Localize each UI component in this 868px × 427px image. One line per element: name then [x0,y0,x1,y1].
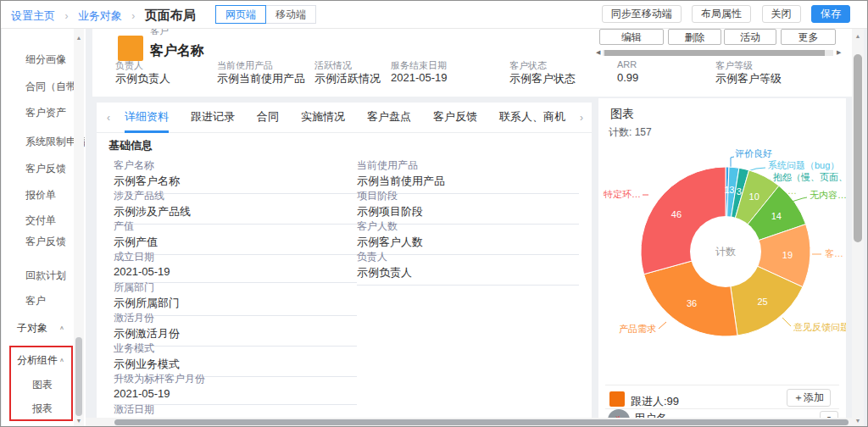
top-bar: 设置主页 › 业务对象 › 页面布局 网页端移动端 同步至移动端 布局属性 关闭… [1,1,867,29]
collapse-icon[interactable]: ∧ [59,325,64,331]
field-value: 示例活跃情况 [314,71,381,86]
red-highlight-box [9,346,73,421]
svg-text:系统问题（bug）: 系统问题（bug） [768,160,839,170]
sidebar-item-customer[interactable]: 客户 [25,294,46,308]
topbar-actions: 同步至移动端 布局属性 关闭 保存 [595,5,850,23]
tab-web[interactable]: 网页端 [215,5,266,24]
record-hscrollbar[interactable] [603,50,833,56]
breadcrumb-objects[interactable]: 业务对象 [78,9,122,22]
page-vscrollbar[interactable]: ▲ ▼ [852,29,864,427]
follower-label: 跟进人:99 [631,394,679,409]
field-label: 客户状态 [509,59,547,72]
record-hscrollbar-thumb[interactable] [604,50,825,56]
tab-contract[interactable]: 合同 [257,103,279,133]
svg-text:3: 3 [729,185,734,195]
scroll-down-icon[interactable]: ▼ [852,417,864,425]
chevron-right-icon: › [64,10,68,22]
sidebar-item-segment-profile[interactable]: 细分画像 [25,53,66,67]
donut-chart[interactable]: 评价良好系统问题（bug）抱怨（慢、页面、……无内容…客…意见反馈问题产品需求特… [598,142,846,386]
chevron-right-icon: › [131,10,135,22]
sidebar-item-delivery[interactable]: 交付单 [25,214,56,228]
sidebar-item-customer-feedback-2[interactable]: 客户反馈 [25,235,66,249]
tabs-scroll-left-icon[interactable]: ‹ [107,112,110,124]
component-sidebar: 细分画像 合同（自带） 客户资产 系统限制申请明细 客户反馈 报价单 交付单 客… [2,29,86,427]
add-follower-button[interactable]: ＋添加 [787,389,831,407]
sidebar-section-subobjects[interactable]: 子对象 [17,321,47,336]
field-value: 示例客户等级 [715,71,782,86]
activity-button[interactable]: 活动 [724,29,776,45]
page-hscrollbar[interactable] [86,418,852,427]
tab-contacts-opportunities[interactable]: 联系人、商机 [499,103,565,133]
svg-text:3: 3 [737,186,742,197]
tab-customer-review[interactable]: 客户盘点 [367,103,411,133]
tab-detail-info[interactable]: 详细资料 [125,103,169,133]
record-title: 客户名称 [150,42,204,60]
field-label: 当前使用产品 [217,59,273,72]
form-field: 升级为标杆客户月份 2021-05-19 [114,372,357,405]
sync-to-mobile-button[interactable]: 同步至移动端 [602,5,682,23]
sidebar-item-customer-assets[interactable]: 客户资产 [25,106,66,120]
svg-text:意见反馈问题: 意见反馈问题 [793,322,846,332]
chart-title: 图表 [610,107,634,122]
sidebar-scrollbar[interactable]: ▲ ▼ [74,29,84,427]
tab-customer-feedback[interactable]: 客户反馈 [433,103,477,133]
page-layout-editor: 设置主页 › 业务对象 › 页面布局 网页端移动端 同步至移动端 布局属性 关闭… [0,0,868,427]
sidebar-scrollbar-thumb[interactable] [75,337,82,416]
field-label: ARR [617,59,637,69]
chart-panel: 图表 计数: 157 评价良好系统问题（bug）抱怨（慢、页面、……无内容…客…… [598,98,846,427]
layout-properties-button[interactable]: 布局属性 [692,5,751,23]
svg-text:19: 19 [782,250,793,260]
more-button[interactable]: 更多 [781,29,836,45]
svg-text:25: 25 [757,297,767,307]
svg-text:评价良好: 评价良好 [735,148,772,158]
tabs-scroll-right-icon[interactable]: › [580,112,583,124]
detail-tabs: ‹ 详细资料 跟进记录 合同 实施情况 客户盘点 客户反馈 联系人、商机 › [97,103,592,133]
sidebar-item-quotation[interactable]: 报价单 [25,188,56,202]
breadcrumb: 设置主页 › 业务对象 › 页面布局 [11,8,196,24]
breadcrumb-home[interactable]: 设置主页 [11,9,55,22]
scroll-left-icon[interactable]: ◀ [596,49,600,56]
svg-text:46: 46 [671,209,682,219]
save-button[interactable]: 保存 [811,5,850,23]
svg-text:产品需求: 产品需求 [619,324,656,334]
scroll-down-icon[interactable]: ▼ [74,417,84,425]
clipped-field-label: 客户 [150,29,169,36]
scroll-right-icon[interactable]: ▶ [837,49,841,56]
view-toggle: 网页端移动端 [215,5,316,24]
tab-follow-records[interactable]: 跟进记录 [191,103,235,133]
form-field: 负责人 示例负责人 [357,250,579,286]
page-vscrollbar-thumb[interactable] [854,54,862,242]
field-label: 客户等级 [715,59,753,72]
svg-text:14: 14 [771,211,782,221]
tab-mobile[interactable]: 移动端 [265,5,316,24]
svg-text:计数: 计数 [715,246,736,258]
sidebar-item-payment-plan[interactable]: 回款计划 [25,269,66,283]
chart-count: 计数: 157 [609,125,652,140]
delete-button[interactable]: 删除 [668,29,721,45]
follower-icon [609,391,625,407]
svg-text:…: … [787,186,797,196]
sidebar-item-customer-feedback[interactable]: 客户反馈 [25,162,66,176]
field-value: 示例负责人 [115,71,170,86]
edit-button[interactable]: 编辑 [599,29,664,45]
svg-text:客…: 客… [825,248,843,258]
tab-implementation[interactable]: 实施情况 [301,103,345,133]
svg-text:10: 10 [749,191,760,202]
divider [605,408,839,409]
field-label: 活跃情况 [314,59,352,72]
divider [605,385,839,385]
scroll-up-icon[interactable]: ▲ [74,34,84,42]
field-label: 负责人 [115,59,143,72]
field-value: 0.99 [617,71,638,84]
form-field: 成立日期 2021-05-19 [114,250,357,283]
page-hscrollbar-thumb[interactable] [114,419,849,425]
close-button[interactable]: 关闭 [762,5,801,23]
svg-text:抱怨（慢、页面、…: 抱怨（慢、页面、… [773,172,846,182]
svg-text:36: 36 [687,298,697,308]
field-value: 示例客户状态 [509,71,576,86]
page-title: 页面布局 [145,8,196,22]
field-value: 2021-05-19 [391,71,448,84]
scroll-up-icon[interactable]: ▲ [852,32,864,41]
svg-text:无内容…: 无内容… [810,190,846,200]
field-value: 示例当前使用产品 [217,71,305,86]
